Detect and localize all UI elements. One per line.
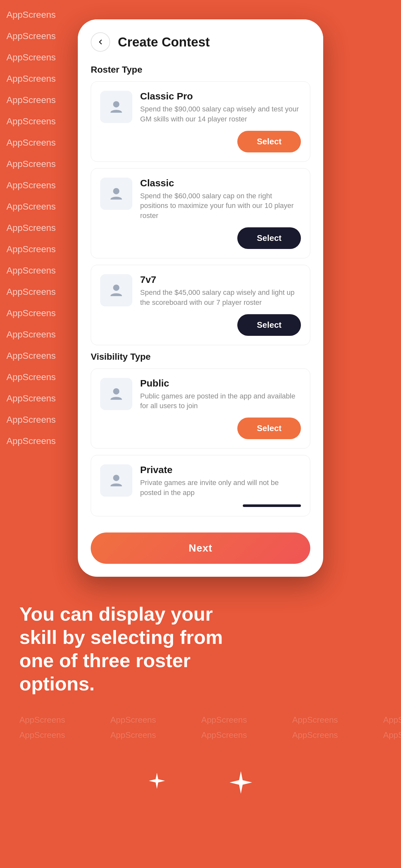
7v7-desc: Spend the $45,000 salary cap wisely and … [140, 288, 301, 308]
header: Create Contest [78, 20, 323, 58]
classic-desc: Spend the $60,000 salary cap on the righ… [140, 191, 301, 221]
public-title: Public [140, 378, 301, 389]
classic-pro-card: Classic Pro Spend the $90,000 salary cap… [91, 82, 310, 162]
svg-marker-5 [149, 773, 165, 789]
classic-pro-icon [100, 91, 132, 123]
private-icon [100, 464, 132, 497]
star-icon-right [229, 771, 252, 798]
stars-decoration [0, 752, 401, 811]
classic-info: Classic Spend the $60,000 salary cap on … [140, 178, 301, 221]
public-info: Public Public games are posted in the ap… [140, 378, 301, 411]
classic-pro-desc: Spend the $90,000 salary cap wisely and … [140, 104, 301, 124]
back-button[interactable] [91, 32, 110, 52]
public-card: Public Public games are posted in the ap… [91, 368, 310, 449]
bottom-description: You can display your skill by selecting … [19, 602, 245, 695]
visibility-section-title: Visibility Type [91, 352, 310, 362]
page-title: Create Contest [118, 35, 210, 50]
7v7-title: 7v7 [140, 274, 301, 285]
svg-marker-6 [229, 771, 252, 794]
roster-section-title: Roster Type [91, 65, 310, 75]
classic-select-button[interactable]: Select [237, 227, 301, 249]
7v7-info: 7v7 Spend the $45,000 salary cap wisely … [140, 274, 301, 308]
classic-title: Classic [140, 178, 301, 189]
private-desc: Private games are invite only and will n… [140, 478, 301, 498]
public-select-button[interactable]: Select [237, 417, 301, 439]
public-icon [100, 378, 132, 410]
next-button-wrapper: Next [78, 523, 323, 570]
private-card: Private Private games are invite only an… [91, 455, 310, 516]
content-area: Roster Type Classic Pro Spend the $90,00… [78, 58, 323, 516]
next-button[interactable]: Next [91, 532, 310, 564]
classic-pro-select-button[interactable]: Select [237, 131, 301, 152]
classic-icon [100, 178, 132, 210]
svg-point-4 [113, 475, 120, 481]
classic-pro-info: Classic Pro Spend the $90,000 salary cap… [140, 91, 301, 124]
svg-point-1 [113, 188, 120, 194]
svg-point-0 [113, 101, 120, 107]
7v7-icon [100, 274, 132, 306]
public-desc: Public games are posted in the app and a… [140, 392, 301, 411]
star-icon-left [149, 771, 165, 798]
svg-point-2 [113, 284, 120, 291]
private-info: Private Private games are invite only an… [140, 464, 301, 498]
classic-pro-title: Classic Pro [140, 91, 301, 102]
bottom-text-section: You can display your skill by selecting … [0, 583, 401, 709]
classic-card: Classic Spend the $60,000 salary cap on … [91, 168, 310, 258]
phone-mockup: Create Contest Roster Type Classic Pro [78, 20, 323, 577]
private-title: Private [140, 464, 301, 475]
svg-point-3 [113, 388, 120, 395]
7v7-select-button[interactable]: Select [237, 314, 301, 336]
7v7-card: 7v7 Spend the $45,000 salary cap wisely … [91, 265, 310, 345]
